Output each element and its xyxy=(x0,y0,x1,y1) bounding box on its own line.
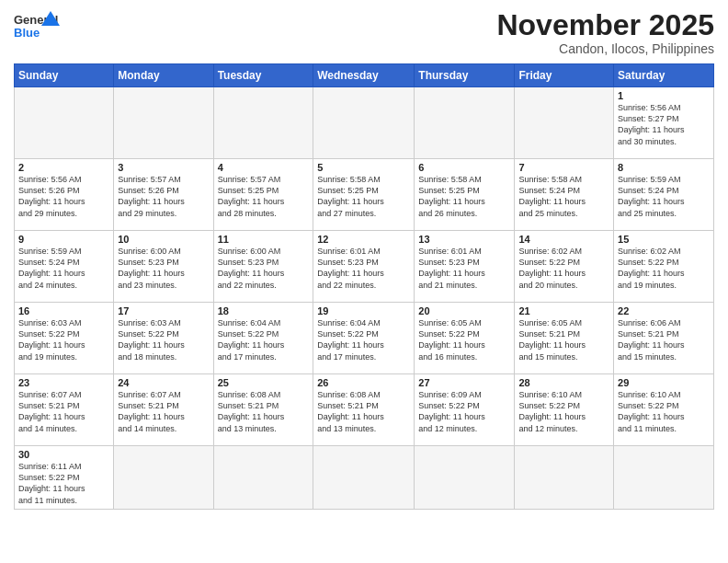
calendar-week-row: 16Sunrise: 6:03 AM Sunset: 5:22 PM Dayli… xyxy=(15,303,714,374)
calendar-cell: 5Sunrise: 5:58 AM Sunset: 5:25 PM Daylig… xyxy=(313,159,415,231)
calendar-cell: 28Sunrise: 6:10 AM Sunset: 5:22 PM Dayli… xyxy=(515,374,614,446)
calendar-cell: 21Sunrise: 6:05 AM Sunset: 5:21 PM Dayli… xyxy=(515,303,614,374)
calendar-cell: 30Sunrise: 6:11 AM Sunset: 5:22 PM Dayli… xyxy=(15,446,114,510)
day-number: 9 xyxy=(18,234,109,245)
day-number: 27 xyxy=(418,377,510,388)
calendar-cell: 17Sunrise: 6:03 AM Sunset: 5:22 PM Dayli… xyxy=(114,303,213,374)
day-info: Sunrise: 6:11 AM Sunset: 5:22 PM Dayligh… xyxy=(18,461,109,506)
calendar-cell: 18Sunrise: 6:04 AM Sunset: 5:22 PM Dayli… xyxy=(213,303,313,374)
day-number: 19 xyxy=(317,305,410,316)
day-info: Sunrise: 5:56 AM Sunset: 5:26 PM Dayligh… xyxy=(18,174,109,219)
calendar-cell: 1Sunrise: 5:56 AM Sunset: 5:27 PM Daylig… xyxy=(614,87,714,159)
day-info: Sunrise: 5:58 AM Sunset: 5:24 PM Dayligh… xyxy=(518,174,609,219)
day-info: Sunrise: 6:07 AM Sunset: 5:21 PM Dayligh… xyxy=(118,389,209,434)
day-info: Sunrise: 6:10 AM Sunset: 5:22 PM Dayligh… xyxy=(518,389,609,434)
calendar-cell: 22Sunrise: 6:06 AM Sunset: 5:21 PM Dayli… xyxy=(614,303,714,374)
header-tuesday: Tuesday xyxy=(213,64,313,87)
calendar-cell: 24Sunrise: 6:07 AM Sunset: 5:21 PM Dayli… xyxy=(114,374,213,446)
day-number: 3 xyxy=(118,162,209,173)
day-number: 10 xyxy=(118,234,209,245)
calendar-week-row: 2Sunrise: 5:56 AM Sunset: 5:26 PM Daylig… xyxy=(15,159,714,231)
calendar-cell xyxy=(114,87,213,159)
calendar-cell: 29Sunrise: 6:10 AM Sunset: 5:22 PM Dayli… xyxy=(614,374,714,446)
day-info: Sunrise: 6:04 AM Sunset: 5:22 PM Dayligh… xyxy=(317,317,410,362)
calendar-cell: 11Sunrise: 6:00 AM Sunset: 5:23 PM Dayli… xyxy=(213,231,313,303)
day-info: Sunrise: 6:05 AM Sunset: 5:22 PM Dayligh… xyxy=(418,317,510,362)
calendar-cell: 13Sunrise: 6:01 AM Sunset: 5:23 PM Dayli… xyxy=(415,231,515,303)
title-area: November 2025 Candon, Ilocos, Philippine… xyxy=(496,9,714,56)
header-sunday: Sunday xyxy=(15,64,114,87)
day-info: Sunrise: 6:10 AM Sunset: 5:22 PM Dayligh… xyxy=(618,389,710,434)
header-wednesday: Wednesday xyxy=(313,64,415,87)
day-number: 6 xyxy=(418,162,510,173)
day-number: 4 xyxy=(218,162,310,173)
weekday-header-row: Sunday Monday Tuesday Wednesday Thursday… xyxy=(15,64,714,87)
calendar-cell xyxy=(515,446,614,510)
day-info: Sunrise: 6:05 AM Sunset: 5:21 PM Dayligh… xyxy=(518,317,609,362)
month-title: November 2025 xyxy=(496,9,714,41)
calendar-week-row: 23Sunrise: 6:07 AM Sunset: 5:21 PM Dayli… xyxy=(15,374,714,446)
calendar-cell xyxy=(213,446,313,510)
calendar-cell: 6Sunrise: 5:58 AM Sunset: 5:25 PM Daylig… xyxy=(415,159,515,231)
day-info: Sunrise: 6:00 AM Sunset: 5:23 PM Dayligh… xyxy=(218,246,310,291)
header-thursday: Thursday xyxy=(415,64,515,87)
calendar-cell: 4Sunrise: 5:57 AM Sunset: 5:25 PM Daylig… xyxy=(213,159,313,231)
day-number: 29 xyxy=(618,377,710,388)
calendar-cell: 3Sunrise: 5:57 AM Sunset: 5:26 PM Daylig… xyxy=(114,159,213,231)
day-info: Sunrise: 6:00 AM Sunset: 5:23 PM Dayligh… xyxy=(118,246,209,291)
calendar-cell xyxy=(415,87,515,159)
calendar-cell xyxy=(213,87,313,159)
day-number: 15 xyxy=(618,234,710,245)
header-friday: Friday xyxy=(515,64,614,87)
calendar-cell xyxy=(415,446,515,510)
calendar-week-row: 1Sunrise: 5:56 AM Sunset: 5:27 PM Daylig… xyxy=(15,87,714,159)
day-number: 26 xyxy=(317,377,410,388)
location: Candon, Ilocos, Philippines xyxy=(496,41,714,56)
calendar-cell xyxy=(313,87,415,159)
day-info: Sunrise: 5:58 AM Sunset: 5:25 PM Dayligh… xyxy=(418,174,510,219)
calendar-cell xyxy=(15,87,114,159)
day-info: Sunrise: 6:02 AM Sunset: 5:22 PM Dayligh… xyxy=(518,246,609,291)
calendar-cell: 14Sunrise: 6:02 AM Sunset: 5:22 PM Dayli… xyxy=(515,231,614,303)
day-info: Sunrise: 5:59 AM Sunset: 5:24 PM Dayligh… xyxy=(618,174,710,219)
day-info: Sunrise: 6:09 AM Sunset: 5:22 PM Dayligh… xyxy=(418,389,510,434)
calendar-week-row: 9Sunrise: 5:59 AM Sunset: 5:24 PM Daylig… xyxy=(15,231,714,303)
day-info: Sunrise: 6:07 AM Sunset: 5:21 PM Dayligh… xyxy=(18,389,109,434)
calendar-cell: 23Sunrise: 6:07 AM Sunset: 5:21 PM Dayli… xyxy=(15,374,114,446)
day-info: Sunrise: 5:57 AM Sunset: 5:26 PM Dayligh… xyxy=(118,174,209,219)
calendar-cell: 12Sunrise: 6:01 AM Sunset: 5:23 PM Dayli… xyxy=(313,231,415,303)
day-number: 20 xyxy=(418,305,510,316)
day-info: Sunrise: 5:57 AM Sunset: 5:25 PM Dayligh… xyxy=(218,174,310,219)
day-number: 16 xyxy=(18,305,109,316)
day-info: Sunrise: 6:03 AM Sunset: 5:22 PM Dayligh… xyxy=(118,317,209,362)
day-info: Sunrise: 6:01 AM Sunset: 5:23 PM Dayligh… xyxy=(317,246,410,291)
calendar-cell: 9Sunrise: 5:59 AM Sunset: 5:24 PM Daylig… xyxy=(15,231,114,303)
day-number: 7 xyxy=(518,162,609,173)
calendar-cell: 7Sunrise: 5:58 AM Sunset: 5:24 PM Daylig… xyxy=(515,159,614,231)
day-info: Sunrise: 6:08 AM Sunset: 5:21 PM Dayligh… xyxy=(317,389,410,434)
day-info: Sunrise: 6:02 AM Sunset: 5:22 PM Dayligh… xyxy=(618,246,710,291)
day-number: 5 xyxy=(317,162,410,173)
svg-text:Blue: Blue xyxy=(14,26,40,40)
day-info: Sunrise: 5:58 AM Sunset: 5:25 PM Dayligh… xyxy=(317,174,410,219)
calendar-cell: 15Sunrise: 6:02 AM Sunset: 5:22 PM Dayli… xyxy=(614,231,714,303)
day-number: 24 xyxy=(118,377,209,388)
day-number: 18 xyxy=(218,305,310,316)
day-number: 22 xyxy=(618,305,710,316)
logo: General Blue xyxy=(14,9,60,48)
day-info: Sunrise: 6:08 AM Sunset: 5:21 PM Dayligh… xyxy=(218,389,310,434)
day-number: 2 xyxy=(18,162,109,173)
calendar-page: General Blue November 2025 Candon, Iloco… xyxy=(0,0,728,563)
day-number: 12 xyxy=(317,234,410,245)
header-monday: Monday xyxy=(114,64,213,87)
calendar-cell: 25Sunrise: 6:08 AM Sunset: 5:21 PM Dayli… xyxy=(213,374,313,446)
day-number: 11 xyxy=(218,234,310,245)
day-number: 1 xyxy=(618,90,710,101)
day-info: Sunrise: 5:59 AM Sunset: 5:24 PM Dayligh… xyxy=(18,246,109,291)
day-number: 28 xyxy=(518,377,609,388)
calendar-cell: 26Sunrise: 6:08 AM Sunset: 5:21 PM Dayli… xyxy=(313,374,415,446)
day-number: 30 xyxy=(18,449,109,460)
day-info: Sunrise: 6:03 AM Sunset: 5:22 PM Dayligh… xyxy=(18,317,109,362)
calendar-week-row: 30Sunrise: 6:11 AM Sunset: 5:22 PM Dayli… xyxy=(15,446,714,510)
day-number: 21 xyxy=(518,305,609,316)
